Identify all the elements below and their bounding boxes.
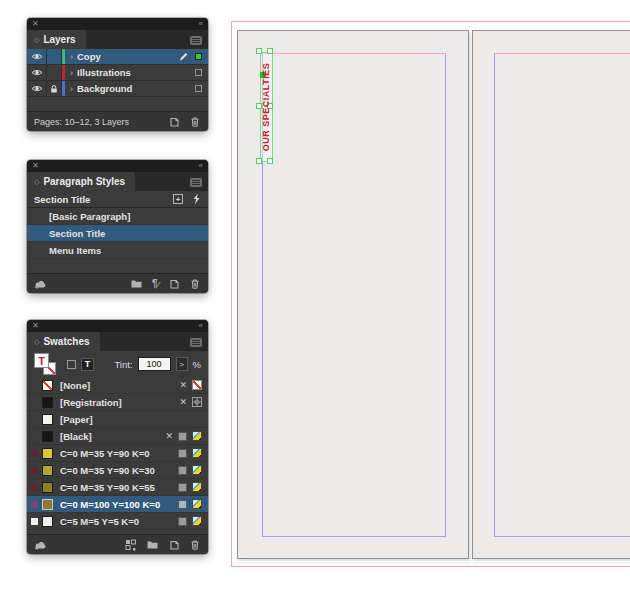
frame-handle-bottom-right[interactable] <box>267 158 273 164</box>
swatch-name: C=0 M=35 Y=90 K=30 <box>53 465 155 476</box>
layers-panel: ✕ « ◇ Layers › Copy <box>27 18 208 131</box>
percent-label: % <box>193 359 201 370</box>
swatch-chip <box>42 499 53 510</box>
swatch-row-yellow-2[interactable]: C=0 M=35 Y=90 K=30 <box>27 462 208 479</box>
panel-menu-icon[interactable] <box>190 338 202 347</box>
panel-menu-icon[interactable] <box>190 178 202 187</box>
swatch-minichip <box>31 467 38 474</box>
swatch-name: [None] <box>53 380 90 391</box>
collapse-icon[interactable]: « <box>199 322 203 330</box>
new-layer-icon[interactable] <box>168 116 180 128</box>
swatch-minichip <box>31 450 38 457</box>
spot-process-icon <box>178 483 187 492</box>
new-swatch-icon[interactable] <box>168 539 180 551</box>
swatch-row-none[interactable]: [None] ✕ <box>27 377 208 394</box>
tab-paragraph-styles[interactable]: ◇ Paragraph Styles <box>27 172 135 191</box>
tab-swatches[interactable]: ◇ Swatches <box>27 332 100 351</box>
selection-proxy-icon[interactable] <box>195 85 202 92</box>
trash-icon[interactable] <box>189 278 201 290</box>
close-icon[interactable]: ✕ <box>32 20 39 28</box>
swatch-name: C=0 M=35 Y=90 K=0 <box>53 448 150 459</box>
style-name: [Basic Paragraph] <box>49 211 130 222</box>
swatches-panel: ✕ « ◇ Swatches T T Tint: > % [None] <box>27 320 208 554</box>
swatch-chip <box>42 431 53 442</box>
current-style-row: Section Title + <box>27 191 208 208</box>
paragraph-styles-panel: ✕ « ◇ Paragraph Styles Section Title + [… <box>27 160 208 293</box>
spot-process-icon <box>178 517 187 526</box>
swatch-row-black[interactable]: [Black] ✕ <box>27 428 208 445</box>
expand-chevron-icon[interactable]: › <box>70 52 73 62</box>
tint-label: Tint: <box>114 359 132 370</box>
cc-libraries-cloud-icon[interactable] <box>34 278 48 289</box>
override-plus-icon[interactable]: + <box>173 194 183 204</box>
close-icon[interactable]: ✕ <box>32 162 39 170</box>
quick-apply-lightning-icon[interactable] <box>192 193 201 205</box>
swatch-row-red-selected[interactable]: C=0 M=100 Y=100 K=0 <box>27 496 208 513</box>
collapse-icon[interactable]: « <box>199 162 203 170</box>
frame-handle-bottom-left[interactable] <box>256 158 262 164</box>
panel-menu-icon[interactable] <box>190 36 202 45</box>
tab-swatches-label: Swatches <box>43 336 89 347</box>
swatch-chip <box>42 397 53 408</box>
formatting-affects-container-icon[interactable] <box>67 360 76 369</box>
swatch-name: C=0 M=100 Y=100 K=0 <box>53 499 160 510</box>
swatch-row-paper[interactable]: [Paper] <box>27 411 208 428</box>
layer-row-copy[interactable]: › Copy <box>27 49 208 65</box>
style-row-menu-items[interactable]: Menu Items <box>27 242 208 259</box>
tint-dropdown-icon[interactable]: > <box>176 357 188 371</box>
frame-handle-top-left[interactable] <box>256 48 262 54</box>
spot-process-icon <box>178 432 187 441</box>
swatch-chip <box>42 516 53 527</box>
fill-stroke-proxy[interactable]: T <box>34 353 56 375</box>
swatch-row-light-gray[interactable]: C=5 M=5 Y=5 K=0 <box>27 513 208 530</box>
lock-icon[interactable] <box>47 81 62 96</box>
style-row-basic-paragraph[interactable]: [Basic Paragraph] <box>27 208 208 225</box>
swatch-chip <box>42 414 53 425</box>
clear-overrides-icon[interactable]: ¶⁄ <box>152 278 159 289</box>
swatch-row-yellow-3[interactable]: C=0 M=35 Y=90 K=55 <box>27 479 208 496</box>
selection-proxy-icon[interactable] <box>195 53 202 60</box>
visibility-eye-icon[interactable] <box>27 81 47 96</box>
layer-row-illustrations[interactable]: › Illustrations <box>27 65 208 81</box>
cmyk-mode-icon <box>192 431 202 441</box>
new-style-icon[interactable] <box>168 278 180 290</box>
text-fill-proxy-icon[interactable]: T <box>34 353 49 368</box>
selection-proxy-icon[interactable] <box>195 69 202 76</box>
collapse-icon[interactable]: « <box>199 20 203 28</box>
style-group-folder-icon[interactable] <box>130 278 143 289</box>
swatch-chip <box>42 465 53 476</box>
current-style-name: Section Title <box>34 194 90 205</box>
tab-layers[interactable]: ◇ Layers <box>27 30 86 49</box>
cmyk-mode-icon <box>192 499 202 509</box>
panel-cycle-icon: ◇ <box>34 178 39 186</box>
pstyles-panel-titlebar: ✕ « <box>27 160 208 172</box>
swatch-views-icon[interactable] <box>125 539 137 551</box>
formatting-affects-text-icon[interactable]: T <box>81 358 94 371</box>
trash-icon[interactable] <box>189 116 201 128</box>
lock-toggle-cell[interactable] <box>47 65 62 80</box>
swatches-bottombar <box>27 534 208 554</box>
close-icon[interactable]: ✕ <box>32 322 39 330</box>
swatch-name: [Registration] <box>53 397 122 408</box>
tint-input[interactable] <box>138 357 171 371</box>
swatch-name: [Black] <box>53 431 92 442</box>
layer-row-background[interactable]: › Background <box>27 81 208 97</box>
visibility-eye-icon[interactable] <box>27 65 47 80</box>
expand-chevron-icon[interactable]: › <box>70 84 73 94</box>
cc-libraries-cloud-icon[interactable] <box>34 539 48 550</box>
layers-panel-titlebar: ✕ « <box>27 18 208 30</box>
expand-chevron-icon[interactable]: › <box>70 68 73 78</box>
new-color-group-folder-icon[interactable] <box>146 539 159 550</box>
style-row-section-title[interactable]: Section Title <box>27 225 208 242</box>
trash-icon[interactable] <box>189 539 201 551</box>
swatches-panel-titlebar: ✕ « <box>27 320 208 332</box>
visibility-eye-icon[interactable] <box>27 49 47 64</box>
swatches-tabrow: ◇ Swatches <box>27 332 208 351</box>
swatch-name: [Paper] <box>53 414 93 425</box>
style-name: Section Title <box>49 228 105 239</box>
lock-toggle-cell[interactable] <box>47 49 62 64</box>
spot-process-icon <box>178 449 187 458</box>
frame-handle-top-right[interactable] <box>267 48 273 54</box>
swatch-row-registration[interactable]: [Registration] ✕ <box>27 394 208 411</box>
swatch-row-yellow-1[interactable]: C=0 M=35 Y=90 K=0 <box>27 445 208 462</box>
